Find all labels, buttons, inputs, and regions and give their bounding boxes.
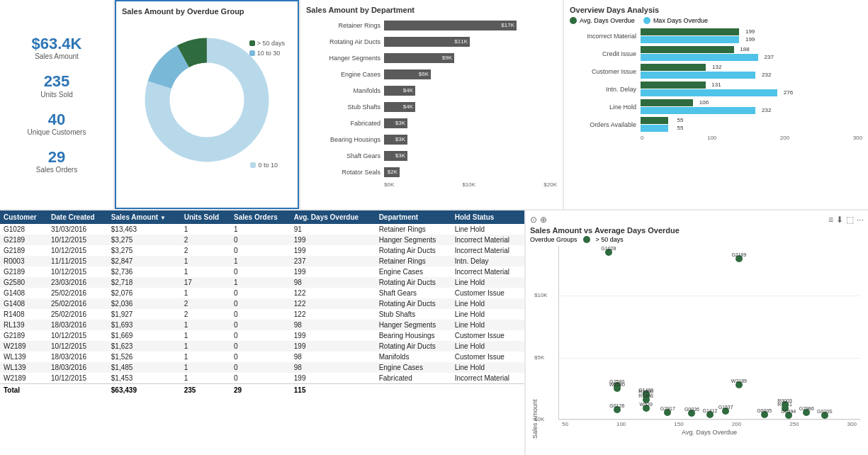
legend-max-box <box>643 17 650 24</box>
overview-bar-row: Intn. Delay 131 276 <box>570 82 862 96</box>
overview-row-label: Orders Available <box>570 121 641 128</box>
dept-bar-fill: $4K <box>384 86 415 96</box>
scatter-point-label: W539 <box>640 402 653 407</box>
kpi-units-sold: 235 Units Sold <box>40 73 73 98</box>
table-footer-row: Total $63,439 235 29 115 <box>0 384 524 397</box>
overview-avg-bar: 106 <box>641 99 693 106</box>
col-date[interactable]: Date Created <box>47 210 108 224</box>
table-row[interactable]: RL139 18/03/2016 $1,693 1 0 98 Hanger Se… <box>0 320 524 330</box>
menu-icon[interactable]: ≡ <box>828 215 833 225</box>
overview-max-bar: 232 <box>641 72 755 79</box>
table-row[interactable]: W2189 10/12/2015 $1,453 1 0 199 Fabricat… <box>0 373 524 384</box>
legend-avg: Avg. Days Overdue <box>570 17 635 24</box>
overview-bar-row: Orders Available 55 55 <box>570 117 862 132</box>
donut-label-10to30: 10 to 30 <box>257 50 281 57</box>
dept-bar-label: Bearing Housings <box>306 136 384 143</box>
overview-max-bar: 232 <box>641 107 755 114</box>
dept-bar-row: Bearing Housings $3K <box>306 133 557 147</box>
col-sales-orders[interactable]: Sales Orders <box>230 210 291 224</box>
donut-container: > 50 days 10 to 30 0 to 10 <box>122 18 292 181</box>
dept-bar-label: Manifolds <box>306 87 384 94</box>
kpi-unique-customers: 40 Unique Customers <box>28 111 86 136</box>
overview-avg-bar: 188 <box>641 46 734 53</box>
dept-bar-row: Rotator Seals $2K <box>306 165 557 179</box>
col-department[interactable]: Department <box>376 210 451 224</box>
dept-bar-row: Hanger Segments $9K <box>306 51 557 65</box>
svg-point-3 <box>171 64 242 135</box>
dept-chart-title: Sales Amount by Department <box>306 6 557 14</box>
scatter-y-tick: $5K <box>534 354 544 361</box>
overview-max-bar: 199 <box>641 36 739 43</box>
dept-bar-row: Engine Cases $6K <box>306 67 557 82</box>
download-icon[interactable]: ⬇ <box>836 215 843 225</box>
table-row[interactable]: G2189 10/12/2015 $1,669 1 0 199 Bearing … <box>0 330 524 341</box>
dept-bar-row: Retainer Rings $17K <box>306 18 557 33</box>
overview-avg-bar: 131 <box>641 82 706 89</box>
dept-bar-fill: $11K <box>384 37 470 47</box>
table-row[interactable]: G1408 25/02/2016 $2,076 1 0 122 Shaft Ge… <box>0 288 524 298</box>
more-icon[interactable]: ··· <box>857 215 864 225</box>
dept-bar-value: $3K <box>395 152 405 159</box>
table-row[interactable]: G1028 31/03/2016 $13,463 1 1 91 Retainer… <box>0 224 524 235</box>
dept-bar-label: Rotator Seals <box>306 169 384 176</box>
scatter-point-label: G2986 <box>799 406 814 411</box>
table-row[interactable]: G2189 10/12/2015 $3,275 2 0 199 Hanger S… <box>0 235 524 245</box>
col-customer[interactable]: Customer <box>0 210 47 224</box>
forward-icon[interactable]: ⊕ <box>540 215 547 225</box>
dept-bar-fill: $17K <box>384 21 517 30</box>
table-header-row: Customer Date Created Sales Amount ▼ Uni… <box>0 210 524 224</box>
overview-row-label: Credit Issue <box>570 50 641 57</box>
kpi-sales-amount: $63.4K Sales Amount <box>32 35 82 60</box>
scatter-x-label: Avg. Days Overdue <box>558 429 860 436</box>
scatter-point-label: G0126 <box>609 403 624 408</box>
donut-title: Sales Amount by Overdue Group <box>122 7 292 16</box>
dept-bar-fill: $6K <box>384 69 431 79</box>
scatter-point-label: W2189 <box>731 378 747 383</box>
overview-max-bar: 276 <box>641 89 777 96</box>
dept-bar-fill: $2K <box>384 167 400 177</box>
overview-bar-row: Credit Issue 188 237 <box>570 46 862 61</box>
table-row[interactable]: W2189 10/12/2015 $1,623 1 0 199 Rotating… <box>0 341 524 352</box>
overview-avg-bar: 132 <box>641 64 706 71</box>
dept-bar-value: $4K <box>403 103 413 110</box>
table-row[interactable]: G2189 10/12/2015 $2,736 1 0 199 Engine C… <box>0 266 524 277</box>
table-scroll[interactable]: Customer Date Created Sales Amount ▼ Uni… <box>0 210 524 430</box>
scatter-point-label: G1412 <box>702 408 717 413</box>
footer-sales-amount: $63,439 <box>108 384 181 397</box>
scatter-point-label: R1408 <box>638 393 653 398</box>
dept-bar-row: Rotating Air Ducts $11K <box>306 35 557 49</box>
overview-bar-row: Line Hold 106 232 <box>570 99 862 114</box>
col-hold-status[interactable]: Hold Status <box>451 210 524 224</box>
dept-bar-label: Engine Cases <box>306 71 384 78</box>
dept-bar-label: Fabricated <box>306 120 384 127</box>
table-row[interactable]: R1408 25/02/2016 $1,927 2 0 122 Stub Sha… <box>0 309 524 320</box>
scatter-grid-line <box>559 420 860 420</box>
overview-axis: 0 100 200 300 <box>570 135 862 141</box>
table-row[interactable]: G2580 23/03/2016 $2,718 17 1 98 Rotating… <box>0 277 524 288</box>
dept-bar-fill: $3K <box>384 135 407 145</box>
scatter-y-tick: $10K <box>534 292 548 298</box>
col-avg-days[interactable]: Avg. Days Overdue <box>291 210 376 224</box>
dept-bar-label: Shaft Gears <box>306 152 384 159</box>
dept-bar-row: Shaft Gears $3K <box>306 149 557 163</box>
bottom-row: Customer Date Created Sales Amount ▼ Uni… <box>0 210 868 455</box>
back-icon[interactable]: ⊙ <box>530 215 537 225</box>
scatter-point-label: G0026 <box>684 407 699 412</box>
dept-bar-label: Rotating Air Ducts <box>306 38 384 45</box>
col-sales-amount[interactable]: Sales Amount ▼ <box>108 210 181 224</box>
table-row[interactable]: G1408 25/02/2016 $2,036 2 0 122 Rotating… <box>0 298 524 309</box>
overview-title: Overview Days Analysis <box>570 6 862 14</box>
dept-bar-fill: $3K <box>384 151 407 161</box>
col-units-sold[interactable]: Units Sold <box>181 210 230 224</box>
table-row[interactable]: R0003 11/11/2015 $2,847 1 1 237 Retainer… <box>0 256 524 266</box>
table-row[interactable]: WL139 18/03/2016 $1,526 1 0 98 Manifolds… <box>0 352 524 362</box>
dashboard: $63.4K Sales Amount 235 Units Sold 40 Un… <box>0 0 868 455</box>
table-row[interactable]: WL139 18/03/2016 $1,485 1 0 98 Engine Ca… <box>0 362 524 373</box>
scatter-title: Sales Amount vs Average Days Overdue <box>530 226 864 235</box>
table-row[interactable]: G2189 10/12/2015 $3,275 2 0 199 Rotating… <box>0 245 524 256</box>
expand-icon[interactable]: ⬚ <box>846 215 854 225</box>
kpi-panel: $63.4K Sales Amount 235 Units Sold 40 Un… <box>0 0 113 209</box>
scatter-point-label: G0005 <box>757 408 772 413</box>
footer-units-sold: 235 <box>181 384 230 397</box>
overview-avg-bar: 199 <box>641 28 739 35</box>
